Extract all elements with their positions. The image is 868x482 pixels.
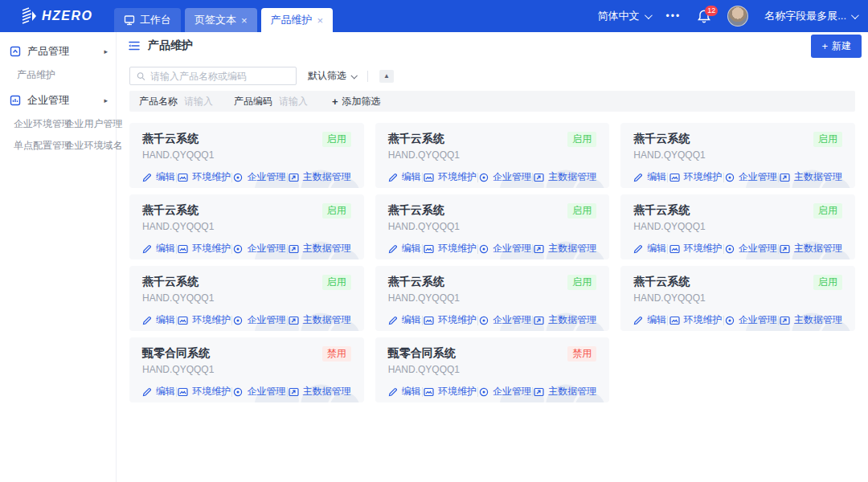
sidebar-item-enterprise-user-management[interactable]: 企业用户管理 — [62, 113, 113, 135]
search-input[interactable] — [150, 71, 289, 82]
card-action-environment[interactable]: 环境维护 — [669, 242, 723, 255]
card-actions: 编辑环境维护企业管理主数据管理 — [142, 170, 351, 184]
card-action-edit[interactable]: 编辑 — [388, 170, 421, 184]
divider — [477, 316, 478, 325]
close-icon[interactable]: × — [317, 15, 324, 26]
card-action-label: 环境维护 — [438, 385, 477, 398]
status-badge: 禁用 — [567, 346, 596, 362]
card-action-environment[interactable]: 环境维护 — [178, 385, 231, 398]
sidebar-item-enterprise-env-management[interactable]: 企业环境管理 — [10, 113, 62, 135]
close-icon[interactable]: × — [241, 15, 248, 26]
card-action-master-data[interactable]: 主数据管理 — [289, 385, 351, 398]
collapse-filter-button[interactable]: ▲ — [379, 70, 394, 83]
card-action-edit[interactable]: 编辑 — [142, 242, 175, 255]
card-actions: 编辑环境维护企业管理主数据管理 — [633, 313, 842, 327]
add-filter-button[interactable]: + 添加筛选 — [332, 95, 381, 108]
card-title: 燕千云系统 — [142, 132, 199, 146]
enterprise-icon — [233, 244, 243, 254]
card-action-environment[interactable]: 环境维护 — [669, 313, 723, 327]
card-action-label: 主数据管理 — [548, 242, 596, 255]
card-action-enterprise[interactable]: 企业管理 — [233, 170, 285, 184]
card-action-master-data[interactable]: 主数据管理 — [534, 170, 596, 184]
more-menu[interactable]: ••• — [666, 10, 682, 22]
master-data-icon — [534, 244, 544, 254]
card-action-edit[interactable]: 编辑 — [142, 385, 175, 398]
tab-page-text[interactable]: 页签文本 × — [185, 8, 257, 32]
topbar-right: 简体中文 ••• 12 名称字段最多展... — [598, 0, 857, 32]
card-action-master-data[interactable]: 主数据管理 — [289, 242, 351, 255]
card-action-master-data[interactable]: 主数据管理 — [780, 313, 842, 327]
card-code: HAND.QYQQQ1 — [633, 221, 842, 232]
menu-collapse-icon[interactable] — [128, 40, 141, 51]
card-action-environment[interactable]: 环境维护 — [424, 242, 477, 255]
sidebar-item-product-maintenance[interactable]: 产品维护 — [10, 64, 113, 86]
master-data-icon — [780, 316, 790, 325]
card-title: 燕千云系统 — [633, 132, 690, 146]
card-title: 燕千云系统 — [388, 203, 444, 218]
card-action-edit[interactable]: 编辑 — [388, 313, 421, 327]
user-menu[interactable]: 名称字段最多展... — [764, 9, 857, 23]
enterprise-icon — [479, 173, 489, 182]
create-button[interactable]: + 新建 — [811, 35, 862, 58]
edit-icon — [633, 316, 643, 325]
card-action-edit[interactable]: 编辑 — [142, 313, 175, 327]
language-switcher[interactable]: 简体中文 — [598, 9, 650, 23]
sidebar-item-sso-config-management[interactable]: 单点配置管理 — [10, 135, 62, 157]
divider — [667, 316, 668, 325]
filter-field-input[interactable]: 请输入 — [184, 95, 213, 108]
card-action-edit[interactable]: 编辑 — [142, 170, 175, 184]
card-action-label: 企业管理 — [493, 242, 531, 255]
tab-product-maintenance[interactable]: 产品维护 × — [261, 8, 334, 32]
group-label: 企业管理 — [27, 93, 97, 108]
card-action-edit[interactable]: 编辑 — [388, 242, 421, 255]
card-action-enterprise[interactable]: 企业管理 — [233, 242, 285, 255]
card-actions: 编辑环境维护企业管理主数据管理 — [633, 170, 842, 184]
card-action-environment[interactable]: 环境维护 — [669, 170, 723, 184]
card-action-master-data[interactable]: 主数据管理 — [780, 170, 842, 184]
master-data-icon — [289, 173, 299, 182]
card-action-environment[interactable]: 环境维护 — [424, 385, 477, 398]
divider — [532, 244, 533, 254]
sidebar-group-enterprise-management[interactable]: 企业管理 ▸ — [0, 88, 116, 113]
environment-icon — [424, 387, 434, 397]
card-action-environment[interactable]: 环境维护 — [424, 170, 477, 184]
card-action-edit[interactable]: 编辑 — [633, 242, 666, 255]
status-badge: 启用 — [567, 203, 596, 219]
sidebar-group-product-management[interactable]: 产品管理 ▸ — [0, 39, 116, 64]
card-action-master-data[interactable]: 主数据管理 — [534, 385, 596, 398]
chevron-down-icon — [350, 72, 357, 79]
sidebar-item-enterprise-env-domain[interactable]: 企业环境域名 — [62, 135, 113, 157]
card-grid: 燕千云系统 启用 HAND.QYQQQ1 编辑环境维护企业管理主数据管理 燕千云… — [129, 123, 855, 402]
card-action-edit[interactable]: 编辑 — [633, 313, 666, 327]
card-action-enterprise[interactable]: 企业管理 — [233, 313, 285, 327]
card-code: HAND.QYQQQ1 — [388, 292, 597, 304]
card-action-label: 主数据管理 — [303, 385, 351, 398]
filter-field-input[interactable]: 请输入 — [279, 95, 308, 108]
preset-filter-dropdown[interactable]: 默认筛选 — [308, 69, 356, 83]
card-action-edit[interactable]: 编辑 — [388, 385, 421, 398]
tab-workbench[interactable]: 工作台 — [114, 8, 181, 32]
card-action-master-data[interactable]: 主数据管理 — [289, 170, 351, 184]
card-action-environment[interactable]: 环境维护 — [178, 170, 231, 184]
card-action-master-data[interactable]: 主数据管理 — [289, 313, 351, 327]
card-action-master-data[interactable]: 主数据管理 — [534, 313, 596, 327]
card-action-enterprise[interactable]: 企业管理 — [725, 242, 777, 255]
card-action-master-data[interactable]: 主数据管理 — [534, 242, 596, 255]
card-title: 燕千云系统 — [633, 275, 690, 289]
enterprise-icon — [233, 316, 243, 325]
card-action-enterprise[interactable]: 企业管理 — [725, 170, 777, 184]
card-action-master-data[interactable]: 主数据管理 — [780, 242, 842, 255]
card-code: HAND.QYQQQ1 — [633, 292, 842, 304]
card-action-enterprise[interactable]: 企业管理 — [479, 170, 531, 184]
avatar[interactable] — [727, 6, 748, 27]
card-action-environment[interactable]: 环境维护 — [178, 242, 231, 255]
card-action-edit[interactable]: 编辑 — [633, 170, 666, 184]
card-action-enterprise[interactable]: 企业管理 — [233, 385, 285, 398]
card-action-enterprise[interactable]: 企业管理 — [725, 313, 777, 327]
card-action-enterprise[interactable]: 企业管理 — [479, 242, 531, 255]
card-action-environment[interactable]: 环境维护 — [424, 313, 477, 327]
card-action-environment[interactable]: 环境维护 — [178, 313, 231, 327]
notification-bell[interactable]: 12 — [697, 9, 711, 24]
card-action-enterprise[interactable]: 企业管理 — [479, 385, 531, 398]
card-action-enterprise[interactable]: 企业管理 — [479, 313, 531, 327]
